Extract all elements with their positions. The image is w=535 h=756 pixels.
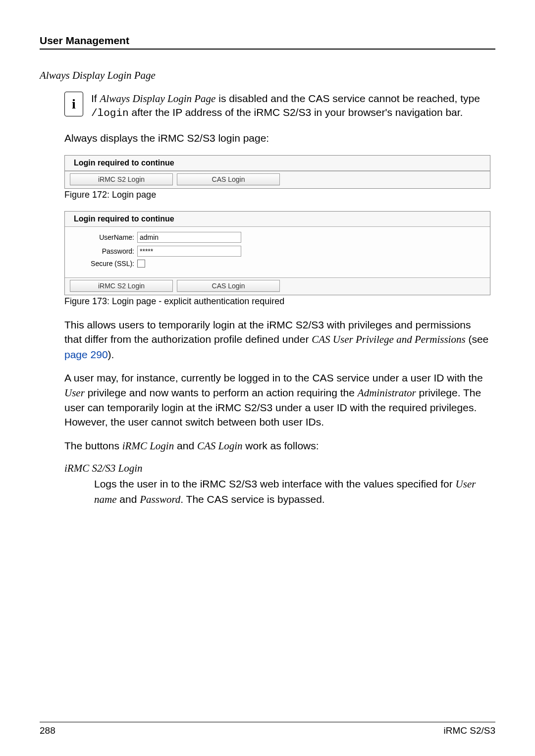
def-b3: . The CAS service is bypassed. <box>180 493 324 505</box>
page-number: 288 <box>40 725 55 736</box>
p2-see: (see <box>466 333 489 345</box>
panel-form: UserName: admin Password: ***** Secure (… <box>65 227 490 277</box>
def-body: Logs the user in to the iRMC S2/S3 web i… <box>94 477 490 507</box>
p4-l2: and <box>174 440 197 451</box>
login-panel-172: Login required to continue iRMC S2 Login… <box>64 155 490 189</box>
p4-it2: CAS Login <box>197 440 243 452</box>
panel-buttons: iRMC S2 Login CAS Login <box>65 171 490 188</box>
info-callout: i If Always Display Login Page is disabl… <box>64 92 495 121</box>
cas-login-button[interactable]: CAS Login <box>177 280 280 292</box>
page-footer: 288 iRMC S2/S3 <box>40 722 495 736</box>
figure-172: Login required to continue iRMC S2 Login… <box>64 155 490 200</box>
irmc-login-button[interactable]: iRMC S2 Login <box>70 173 173 185</box>
p3-it2: Administrator <box>358 387 416 399</box>
row-ssl: Secure (SSL): <box>75 260 480 268</box>
info-mono: /login <box>91 108 129 119</box>
info-tail: after the IP address of the iRMC S2/S3 i… <box>129 107 463 118</box>
login-panel-173: Login required to continue UserName: adm… <box>64 211 490 295</box>
header-title: User Management <box>40 35 129 46</box>
info-text: If Always Display Login Page is disabled… <box>91 92 495 121</box>
panel-title: Login required to continue <box>65 212 490 227</box>
para-allows-users: This allows users to temporarily login a… <box>64 318 490 362</box>
p2-italic: CAS User Privilege and Permissions <box>312 333 465 345</box>
p4-it1: iRMC Login <box>122 440 174 452</box>
page-header: User Management <box>40 35 495 50</box>
section-subtitle: Always Display Login Page <box>40 69 495 82</box>
def-term: iRMC S2/S3 Login <box>64 462 490 475</box>
ssl-checkbox[interactable] <box>137 260 145 268</box>
p4-l3: work as follows: <box>243 440 319 451</box>
info-icon: i <box>64 92 83 116</box>
info-prefix: If <box>91 93 100 104</box>
page: User Management Always Display Login Pag… <box>0 0 535 756</box>
p4-l1: The buttons <box>64 440 122 451</box>
para-always-displays: Always displays the iRMC S2/S3 login pag… <box>64 131 490 145</box>
doc-name: iRMC S2/S3 <box>443 725 495 736</box>
username-field[interactable]: admin <box>137 232 241 243</box>
panel-buttons: iRMC S2 Login CAS Login <box>65 277 490 295</box>
figure-172-caption: Figure 172: Login page <box>64 190 490 200</box>
def-b2: and <box>117 493 140 505</box>
panel-title: Login required to continue <box>65 156 490 171</box>
def-b1: Logs the user in to the iRMC S2/S3 web i… <box>94 478 456 489</box>
info-mid: is disabled and the CAS service cannot b… <box>215 93 480 104</box>
para-user-may: A user may, for instance, currently be l… <box>64 371 490 430</box>
footer-line: 288 iRMC S2/S3 <box>40 722 495 736</box>
info-italic: Always Display Login Page <box>100 93 216 105</box>
label-password: Password: <box>75 247 137 255</box>
row-username: UserName: admin <box>75 232 480 243</box>
password-field[interactable]: ***** <box>137 246 241 257</box>
p3-l1: A user may, for instance, currently be l… <box>64 372 483 383</box>
figure-173-caption: Figure 173: Login page - explicit authen… <box>64 296 490 307</box>
definition-list: iRMC S2/S3 Login Logs the user in to the… <box>64 462 490 507</box>
p2-close: ). <box>108 349 114 360</box>
para-buttons-work: The buttons iRMC Login and CAS Login wor… <box>64 438 490 453</box>
label-ssl: Secure (SSL): <box>75 260 137 268</box>
def-it2: Password <box>140 493 180 505</box>
label-username: UserName: <box>75 233 137 241</box>
p3-l2: privilege and now wants to perform an ac… <box>85 387 358 398</box>
cas-login-button[interactable]: CAS Login <box>177 173 280 185</box>
p3-it1: User <box>64 387 85 399</box>
figure-173: Login required to continue UserName: adm… <box>64 211 490 307</box>
row-password: Password: ***** <box>75 246 480 257</box>
page-290-link[interactable]: page 290 <box>64 349 108 360</box>
irmc-login-button[interactable]: iRMC S2 Login <box>70 280 173 292</box>
